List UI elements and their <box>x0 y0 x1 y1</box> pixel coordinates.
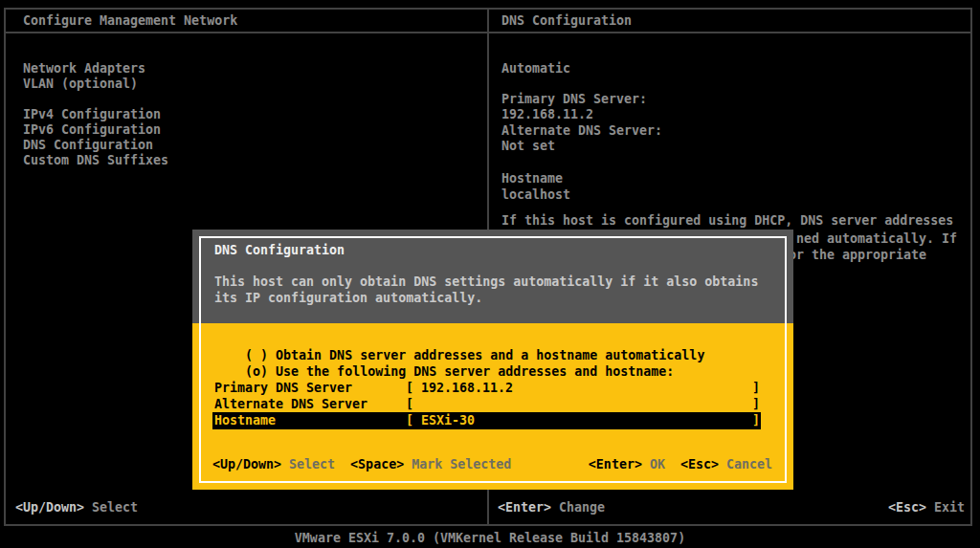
hostname-field-value[interactable]: ESXi-30 <box>421 414 475 427</box>
dialog-enter-action: OK <box>650 458 665 471</box>
primary-dns-open-bracket: [ <box>406 382 413 395</box>
dialog-space-action: Mark Selected <box>412 458 511 471</box>
updown-action-label: Select <box>92 501 138 515</box>
dialog-title: DNS Configuration <box>214 244 345 257</box>
primary-dns-field-label: Primary DNS Server <box>214 382 352 395</box>
dialog-description-line2: its IP configuration automatically. <box>214 292 482 305</box>
menu-item-network-adapters[interactable]: Network Adapters <box>23 62 145 76</box>
hint-updown-select: <Up/Down> Select <box>15 501 138 515</box>
enter-key-label: <Enter> <box>498 501 551 515</box>
hostname-label: Hostname <box>501 172 563 186</box>
primary-dns-field-row[interactable]: Primary DNS Server [ 192.168.11.2 ] <box>192 382 793 398</box>
menu-item-ipv6-configuration[interactable]: IPv6 Configuration <box>23 123 161 137</box>
menu-item-vlan[interactable]: VLAN (optional) <box>23 77 138 91</box>
dns-mode-value: Automatic <box>501 62 570 76</box>
dialog-updown-key: <Up/Down> <box>212 458 281 471</box>
primary-dns-field-value[interactable]: 192.168.11.2 <box>421 382 513 395</box>
dialog-hints-right: <Enter> OK <Esc> Cancel <box>589 458 772 471</box>
dhcp-note-line2-fragment: ned automatically. If <box>796 232 957 246</box>
alternate-dns-open-bracket: [ <box>406 398 413 411</box>
enter-action-label: Change <box>559 501 605 515</box>
dialog-enter-key: <Enter> <box>589 458 642 471</box>
selection-highlight-bar <box>212 412 761 429</box>
dhcp-note-line1: If this host is configured using DHCP, D… <box>501 214 953 228</box>
alternate-dns-field-label: Alternate DNS Server <box>214 398 368 411</box>
hostname-open-bracket: [ <box>406 414 413 427</box>
dialog-esc-key: <Esc> <box>680 458 719 471</box>
dialog-updown-action: Select <box>289 458 335 471</box>
hostname-field-label: Hostname <box>214 414 276 427</box>
menu-item-custom-dns-suffixes[interactable]: Custom DNS Suffixes <box>23 154 168 167</box>
primary-dns-close-bracket: ] <box>752 382 760 395</box>
section-title: DNS Configuration <box>501 14 632 28</box>
alternate-dns-label: Alternate DNS Server: <box>501 124 662 138</box>
primary-dns-value: 192.168.11.2 <box>501 108 593 121</box>
dialog-description-line1: This host can only obtain DNS settings a… <box>214 275 758 289</box>
alternate-dns-close-bracket: ] <box>752 398 760 411</box>
hint-esc-exit: <Esc> Exit <box>888 501 965 515</box>
alternate-dns-value: Not set <box>501 140 555 153</box>
page-title: Configure Management Network <box>23 14 237 28</box>
esc-key-label: <Esc> <box>888 501 926 515</box>
dns-configuration-dialog: DNS Configuration This host can only obt… <box>192 230 793 490</box>
hostname-close-bracket: ] <box>752 414 760 427</box>
dialog-esc-action: Cancel <box>726 458 772 471</box>
hint-enter-change: <Enter> Change <box>498 501 605 515</box>
dialog-space-key: <Space> <box>350 458 404 471</box>
radio-use-label: Use the following DNS server addresses a… <box>276 364 674 379</box>
hostname-field-row[interactable]: Hostname [ ESXi-30 ] <box>192 414 793 430</box>
dialog-hints-left: <Up/Down> Select <Space> Mark Selected <box>212 458 511 471</box>
dhcp-note-line3-fragment: or the appropriate <box>789 249 926 262</box>
radio-use-state: (o) <box>245 364 268 379</box>
esc-action-label: Exit <box>934 501 965 515</box>
esxi-version-text: VMware ESXi 7.0.0 (VMKernel Release Buil… <box>0 532 980 545</box>
hostname-value: localhost <box>501 188 570 202</box>
menu-item-dns-configuration[interactable]: DNS Configuration <box>23 139 153 152</box>
primary-dns-label: Primary DNS Server: <box>501 93 647 106</box>
menu-item-ipv4-configuration[interactable]: IPv4 Configuration <box>23 108 161 121</box>
updown-key-label: <Up/Down> <box>15 501 84 515</box>
